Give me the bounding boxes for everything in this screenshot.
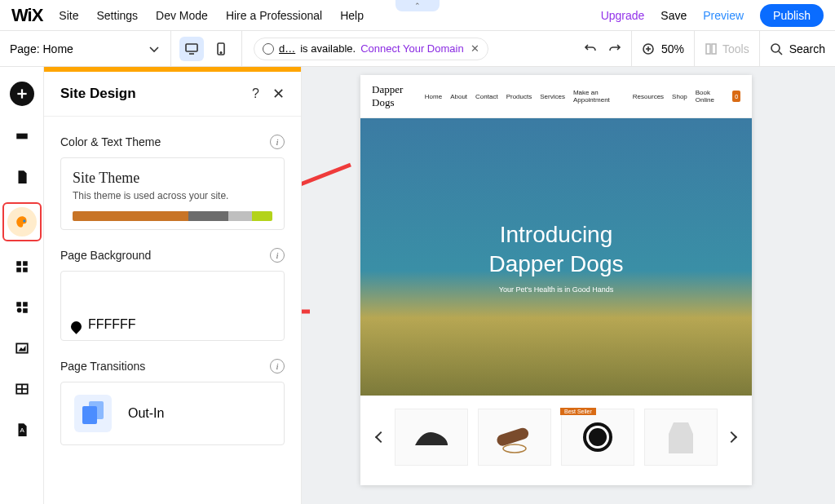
menu-help[interactable]: Help — [340, 9, 364, 22]
svg-line-10 — [779, 51, 782, 55]
palette-swatch — [188, 211, 228, 221]
site-nav-item[interactable]: Products — [506, 93, 532, 100]
theme-card-subtitle: This theme is used across your site. — [73, 190, 272, 201]
svg-rect-22 — [23, 308, 28, 313]
upgrade-link[interactable]: Upgrade — [601, 9, 645, 22]
color-droplet-icon — [68, 319, 83, 334]
svg-rect-17 — [16, 267, 21, 272]
site-preview[interactable]: Dapper Dogs HomeAboutContactProductsServ… — [360, 75, 752, 485]
product-image — [662, 418, 700, 457]
site-nav-item[interactable]: About — [450, 93, 467, 100]
site-nav-item[interactable]: Contact — [475, 93, 498, 100]
page-transitions-card[interactable]: Out-In — [60, 382, 285, 445]
rail-site-design-button[interactable] — [7, 207, 37, 237]
panel-title: Site Design — [60, 86, 136, 102]
globe-icon — [263, 43, 274, 55]
plus-circle-icon — [642, 42, 655, 55]
carousel-next-icon[interactable] — [726, 431, 737, 443]
plus-icon — [15, 86, 29, 101]
add-elements-button[interactable] — [10, 82, 34, 106]
top-collapse-tab[interactable]: ⌃ — [395, 0, 440, 11]
rail-content-button[interactable] — [11, 378, 33, 400]
info-icon[interactable]: i — [270, 135, 285, 149]
top-menu-bar: ⌃ WiX Site Settings Dev Mode Hire a Prof… — [0, 0, 835, 31]
save-button[interactable]: Save — [660, 9, 687, 22]
help-button[interactable]: ? — [252, 86, 259, 101]
product-item[interactable] — [478, 409, 551, 466]
tools-button[interactable]: Tools — [695, 31, 760, 66]
rail-pages-button[interactable] — [11, 166, 33, 188]
site-nav-item[interactable]: Resources — [633, 93, 664, 100]
carousel-prev-icon[interactable] — [375, 431, 387, 443]
menu-hire[interactable]: Hire a Professional — [226, 9, 322, 22]
svg-point-30 — [503, 444, 526, 453]
panels-icon — [705, 42, 718, 55]
background-section-label: Page Background — [60, 249, 151, 262]
svg-marker-24 — [18, 346, 25, 351]
undo-button[interactable] — [584, 42, 597, 55]
desktop-view-button[interactable] — [179, 37, 204, 61]
menu-settings[interactable]: Settings — [96, 9, 138, 22]
svg-point-21 — [16, 308, 21, 313]
grid-icon — [15, 259, 29, 274]
undo-redo-group — [574, 31, 632, 66]
palette-swatch — [73, 211, 148, 221]
redo-button[interactable] — [608, 42, 621, 55]
close-panel-button[interactable]: ✕ — [272, 85, 285, 103]
site-nav-item[interactable]: Make an Appointment — [573, 89, 625, 104]
palette-swatch — [228, 211, 252, 221]
svg-rect-19 — [16, 302, 21, 307]
svg-rect-7 — [706, 44, 710, 54]
transitions-section-label: Page Transitions — [60, 360, 145, 373]
product-image — [411, 421, 452, 453]
theme-card-title: Site Theme — [73, 170, 272, 187]
product-item[interactable] — [644, 409, 718, 466]
info-icon[interactable]: i — [270, 248, 285, 263]
svg-text:A: A — [20, 427, 24, 434]
connect-domain-link[interactable]: Connect Your Domain — [360, 42, 463, 55]
page-dropdown[interactable]: Page: Home — [0, 31, 171, 66]
mobile-view-button[interactable] — [209, 37, 233, 61]
site-header: Dapper Dogs HomeAboutContactProductsServ… — [360, 75, 752, 118]
site-nav-item[interactable]: Home — [425, 93, 442, 100]
theme-palette — [73, 211, 272, 221]
rail-cms-button[interactable]: A — [11, 419, 33, 440]
transition-name: Out-In — [128, 406, 164, 421]
wix-logo: WiX — [11, 5, 42, 26]
site-theme-card[interactable]: Site Theme This theme is used across you… — [60, 157, 285, 230]
rail-apps-button[interactable] — [11, 256, 33, 277]
rail-business-button[interactable] — [11, 297, 33, 318]
rail-media-button[interactable] — [11, 338, 33, 359]
svg-rect-0 — [186, 44, 197, 51]
menu-devmode[interactable]: Dev Mode — [156, 9, 208, 22]
page-background-card[interactable]: FFFFFF — [60, 271, 285, 341]
cart-icon[interactable]: 0 — [732, 91, 740, 102]
theme-section-label: Color & Text Theme — [60, 135, 161, 148]
annotation-arrow — [302, 157, 359, 206]
publish-button[interactable]: Publish — [760, 4, 824, 27]
svg-point-33 — [589, 428, 607, 446]
preview-link[interactable]: Preview — [703, 9, 744, 22]
rail-sections-button[interactable] — [11, 126, 33, 147]
svg-point-9 — [771, 44, 780, 52]
canvas-area[interactable]: Dapper Dogs HomeAboutContactProductsServ… — [302, 67, 835, 504]
site-nav-item[interactable]: Book Online — [696, 89, 724, 104]
domain-close-icon[interactable]: ✕ — [471, 42, 479, 55]
product-item[interactable]: Best Seller — [561, 409, 634, 466]
info-icon[interactable]: i — [270, 359, 285, 374]
left-rail: A — [0, 67, 44, 504]
zoom-value: 50% — [661, 42, 684, 55]
site-nav-item[interactable]: Services — [540, 93, 565, 100]
svg-line-34 — [302, 165, 351, 193]
product-image — [490, 421, 539, 453]
search-button[interactable]: Search — [760, 31, 835, 66]
image-icon — [15, 341, 29, 356]
palette-swatch — [252, 211, 272, 221]
file-a-icon: A — [15, 422, 29, 437]
product-image — [580, 419, 616, 455]
product-item[interactable] — [395, 409, 468, 466]
zoom-control[interactable]: 50% — [632, 31, 695, 66]
hero-heading: IntroducingDapper Dogs — [489, 220, 624, 280]
menu-site[interactable]: Site — [59, 9, 78, 22]
site-nav-item[interactable]: Shop — [672, 93, 687, 100]
